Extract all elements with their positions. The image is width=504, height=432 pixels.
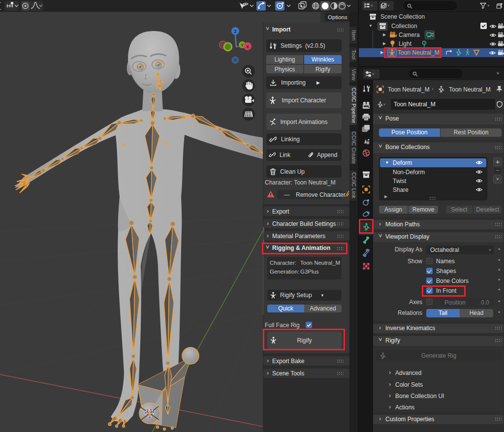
svg-text:Z: Z xyxy=(234,29,237,34)
svg-text:Y: Y xyxy=(241,43,244,48)
svg-text:X: X xyxy=(246,44,249,49)
